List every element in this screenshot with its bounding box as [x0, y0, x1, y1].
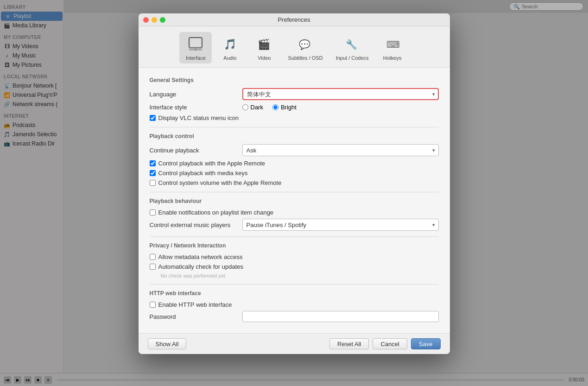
modal-overlay: Preferences Interface 🎵 — [0, 0, 588, 386]
prefs-titlebar: Preferences — [139, 13, 450, 26]
auto-check-updates-label[interactable]: Automatically check for updates — [158, 263, 244, 270]
apple-remote-row: Control playback with the Apple Remote — [150, 160, 439, 167]
toolbar-hotkeys[interactable]: ⌨ Hotkeys — [376, 32, 409, 63]
system-volume-row: Control system volume with the Apple Rem… — [150, 179, 439, 186]
enable-http-checkbox[interactable] — [150, 302, 156, 308]
apple-remote-label[interactable]: Control playback with the Apple Remote — [158, 160, 266, 167]
prefs-title: Preferences — [278, 16, 310, 23]
reset-all-button[interactable]: Reset All — [329, 338, 369, 349]
system-volume-label[interactable]: Control system volume with the Apple Rem… — [158, 179, 282, 186]
input-codecs-icon: 🔧 — [343, 35, 361, 53]
control-external-dropdown[interactable]: Pause iTunes / Spotify Do nothing — [242, 219, 439, 231]
password-label: Password — [150, 313, 238, 320]
interface-style-radio-group: Dark Bright — [242, 104, 297, 111]
subtitles-icon: 💬 — [296, 35, 315, 53]
bright-radio[interactable] — [272, 104, 278, 110]
svg-text:🎵: 🎵 — [224, 38, 237, 51]
allow-metadata-row: Allow metadata network access — [150, 253, 439, 260]
hotkeys-label: Hotkeys — [383, 55, 402, 61]
titlebar-buttons — [143, 17, 165, 23]
http-web-interface-header: HTTP web interface — [150, 290, 439, 297]
svg-rect-2 — [191, 39, 200, 46]
video-label: Video — [258, 55, 271, 61]
toolbar-interface[interactable]: Interface — [179, 32, 212, 63]
svg-text:🎬: 🎬 — [258, 38, 271, 51]
enable-http-label[interactable]: Enable HTTP web interface — [158, 301, 232, 308]
allow-metadata-checkbox[interactable] — [150, 254, 156, 260]
video-icon: 🎬 — [255, 35, 273, 53]
interface-style-row: Interface style Dark Bright — [150, 104, 439, 111]
password-field[interactable] — [242, 311, 439, 322]
system-volume-checkbox[interactable] — [150, 180, 156, 186]
svg-point-3 — [195, 49, 196, 51]
bright-label: Bright — [281, 104, 297, 111]
toolbar-video[interactable]: 🎬 Video — [248, 32, 280, 63]
password-row: Password — [150, 311, 439, 322]
toolbar-input-codecs[interactable]: 🔧 Input / Codecs — [330, 32, 374, 63]
media-keys-label[interactable]: Control playback with media keys — [158, 170, 248, 177]
divider-2 — [150, 192, 439, 192]
svg-text:💬: 💬 — [299, 39, 310, 50]
language-dropdown[interactable]: 简体中文 — [242, 88, 439, 100]
maximize-button[interactable] — [160, 17, 165, 23]
dark-option[interactable]: Dark — [242, 104, 263, 111]
control-external-row: Control external music players Pause iTu… — [150, 219, 439, 231]
apple-remote-checkbox[interactable] — [150, 160, 156, 166]
display-vlc-icon-row: Display VLC status menu icon — [150, 114, 439, 121]
hotkeys-icon: ⌨ — [383, 35, 402, 53]
dark-label: Dark — [251, 104, 263, 111]
divider-4 — [150, 284, 439, 285]
subtitles-label: Subtitles / OSD — [288, 55, 322, 61]
show-all-button[interactable]: Show All — [148, 338, 187, 349]
no-check-note: No check was performed yet. — [161, 273, 439, 278]
audio-label: Audio — [223, 55, 236, 61]
prefs-toolbar: Interface 🎵 Audio 🎬 Video — [139, 26, 450, 68]
audio-icon: 🎵 — [221, 35, 239, 53]
enable-notifications-row: Enable notifications on playlist item ch… — [150, 209, 439, 216]
toolbar-audio[interactable]: 🎵 Audio — [214, 32, 246, 63]
allow-metadata-label[interactable]: Allow metadata network access — [158, 253, 243, 260]
control-external-label: Control external music players — [150, 221, 238, 228]
bright-option[interactable]: Bright — [272, 104, 297, 111]
display-vlc-icon-label[interactable]: Display VLC status menu icon — [158, 114, 239, 121]
input-codecs-label: Input / Codecs — [336, 55, 369, 61]
control-external-wrapper: Pause iTunes / Spotify Do nothing — [242, 219, 439, 231]
footer-right-buttons: Reset All Cancel Save — [329, 338, 440, 349]
continue-playback-row: Continue playback Ask Always Never — [150, 144, 439, 156]
interface-label: Interface — [186, 55, 206, 61]
continue-playback-dropdown[interactable]: Ask Always Never — [242, 144, 439, 156]
auto-check-updates-checkbox[interactable] — [150, 264, 156, 270]
general-settings-header: General Settings — [150, 77, 439, 83]
continue-playback-wrapper: Ask Always Never — [242, 144, 439, 156]
close-button[interactable] — [143, 17, 149, 23]
playback-behaviour-header: Playback behaviour — [150, 198, 439, 204]
divider-3 — [150, 236, 439, 237]
media-keys-checkbox[interactable] — [150, 170, 156, 176]
cancel-button[interactable]: Cancel — [373, 338, 407, 349]
svg-text:🔧: 🔧 — [346, 39, 357, 50]
toolbar-subtitles[interactable]: 💬 Subtitles / OSD — [282, 32, 328, 63]
prefs-footer: Show All Reset All Cancel Save — [139, 333, 450, 354]
prefs-content: General Settings Language 简体中文 Interface… — [139, 68, 450, 333]
language-row: Language 简体中文 — [150, 88, 439, 100]
dark-radio[interactable] — [242, 104, 248, 110]
interface-style-label: Interface style — [150, 104, 238, 111]
language-label: Language — [150, 91, 238, 98]
playback-control-header: Playback control — [150, 133, 439, 139]
privacy-header: Privacy / Network Interaction — [150, 242, 439, 249]
continue-playback-label: Continue playback — [150, 147, 238, 154]
enable-notifications-checkbox[interactable] — [150, 209, 156, 215]
auto-check-updates-row: Automatically check for updates — [150, 263, 439, 270]
display-vlc-icon-checkbox[interactable] — [150, 115, 156, 121]
minimize-button[interactable] — [152, 17, 157, 23]
language-dropdown-wrapper: 简体中文 — [242, 88, 439, 100]
preferences-dialog: Preferences Interface 🎵 — [139, 13, 450, 354]
interface-icon — [186, 35, 205, 53]
enable-notifications-label[interactable]: Enable notifications on playlist item ch… — [158, 209, 274, 216]
enable-http-row: Enable HTTP web interface — [150, 301, 439, 308]
svg-text:⌨: ⌨ — [386, 39, 400, 50]
save-button[interactable]: Save — [411, 338, 441, 349]
media-keys-row: Control playback with media keys — [150, 170, 439, 177]
divider-1 — [150, 127, 439, 127]
